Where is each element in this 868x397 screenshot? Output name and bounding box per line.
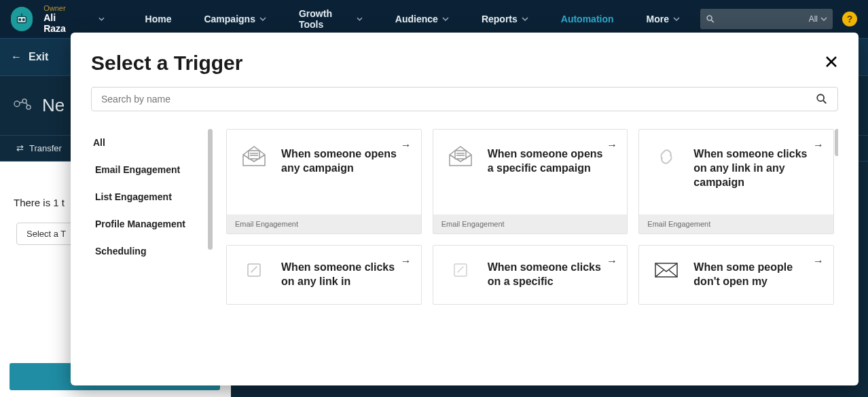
link-icon	[239, 258, 269, 282]
nav-campaigns[interactable]: Campaigns	[192, 14, 278, 24]
chevron-down-icon	[673, 16, 680, 22]
nav-reports[interactable]: Reports	[469, 14, 541, 24]
link-icon	[446, 258, 475, 282]
transfer-button[interactable]: Transfer	[29, 143, 62, 153]
search-icon	[706, 14, 715, 24]
svg-point-6	[14, 101, 20, 107]
nav-label: Growth Tools	[299, 8, 352, 30]
envelope-open-icon	[239, 145, 269, 169]
select-trigger-modal: Select a Trigger All Email Engagement Li…	[71, 33, 858, 385]
arrow-right-icon: →	[813, 255, 824, 267]
page-title: Ne	[42, 95, 65, 116]
chevron-down-icon	[522, 16, 528, 22]
nav-label: More	[647, 14, 669, 24]
select-trigger-button-bg[interactable]: Select a T	[16, 223, 76, 245]
trigger-card-title: When someone clicks on any link in any c…	[693, 145, 821, 189]
chevron-down-icon	[259, 16, 266, 22]
arrow-right-icon: →	[813, 139, 824, 151]
svg-point-2	[23, 19, 25, 21]
owner-name: Ali Raza	[43, 12, 77, 34]
chevron-down-icon	[98, 16, 105, 22]
trigger-card[interactable]: → When someone clicks on any link in any…	[638, 129, 834, 234]
trigger-card[interactable]: → When some people don't open my Email E…	[638, 245, 834, 305]
arrow-right-icon: →	[401, 139, 412, 151]
arrow-right-icon: →	[607, 139, 617, 151]
nav-label: Audience	[395, 14, 438, 24]
arrow-right-icon: →	[401, 255, 412, 267]
category-scheduling[interactable]: Scheduling	[91, 238, 206, 265]
nav-label: Campaigns	[204, 14, 255, 24]
owner-dropdown[interactable]: Owner Ali Raza	[43, 4, 77, 34]
nav-automation[interactable]: Automation	[549, 14, 626, 24]
nav-label: Home	[145, 14, 172, 24]
behind-status-text: There is 1 t	[14, 197, 65, 208]
category-all[interactable]: All	[91, 129, 206, 156]
trigger-card-title: When someone opens any campaign	[281, 145, 409, 176]
trigger-card[interactable]: → When someone clicks on a specific Emai…	[433, 245, 628, 305]
arrow-left-icon: ←	[11, 51, 22, 63]
nav-growth-tools[interactable]: Growth Tools	[287, 8, 375, 30]
arrow-right-icon: →	[607, 255, 617, 267]
nav-more[interactable]: More	[634, 14, 692, 24]
trigger-card-title: When someone clicks on a specific	[488, 258, 615, 289]
trigger-card[interactable]: → When someone opens a specific camp	[433, 129, 628, 234]
help-button[interactable]: ?	[842, 12, 857, 26]
global-search[interactable]: All	[700, 9, 833, 29]
trigger-category-list: All Email Engagement List Engagement Pro…	[91, 129, 210, 373]
trigger-card-title: When someone opens a specific campaign	[488, 145, 615, 176]
category-scrollbar[interactable]	[208, 129, 213, 250]
trigger-search-input[interactable]	[101, 94, 809, 105]
category-list-engagement[interactable]: List Engagement	[91, 183, 206, 210]
close-button[interactable]	[825, 55, 838, 71]
nav-label: Automation	[561, 14, 614, 24]
chevron-down-icon	[357, 16, 363, 22]
svg-line-5	[711, 20, 714, 22]
owner-label: Owner	[43, 4, 77, 12]
trigger-card-title: When someone clicks on any link in	[281, 258, 409, 289]
cards-scrollbar[interactable]	[835, 129, 838, 156]
automation-icon	[12, 96, 33, 115]
svg-line-14	[823, 100, 826, 103]
svg-rect-15	[249, 151, 259, 159]
svg-point-4	[707, 16, 712, 20]
category-profile-management[interactable]: Profile Management	[91, 210, 206, 238]
trigger-cards-container: → When someone opens any campaign	[226, 129, 838, 373]
trigger-search[interactable]	[91, 87, 838, 111]
select-trigger-label: Select a T	[26, 229, 66, 239]
search-icon	[816, 93, 828, 105]
nav-label: Reports	[482, 14, 518, 24]
help-glyph: ?	[847, 14, 853, 24]
svg-point-8	[26, 105, 31, 109]
modal-title: Select a Trigger	[91, 52, 242, 75]
mail-closed-icon	[651, 258, 681, 282]
svg-point-13	[817, 94, 824, 101]
user-avatar[interactable]	[11, 7, 33, 31]
svg-rect-18	[455, 151, 466, 159]
trigger-card-category: Email Engagement	[639, 214, 833, 233]
link-icon	[651, 145, 681, 169]
trigger-card-category: Email Engagement	[227, 214, 421, 233]
nav-audience[interactable]: Audience	[383, 14, 461, 24]
category-email-engagement[interactable]: Email Engagement	[91, 156, 206, 183]
search-scope-selector[interactable]: All	[809, 14, 827, 24]
svg-point-1	[19, 19, 21, 21]
trigger-card[interactable]: → When someone opens any campaign	[226, 129, 422, 234]
trigger-card-title: When some people don't open my	[693, 258, 821, 289]
nav-home[interactable]: Home	[133, 14, 184, 24]
close-icon	[825, 55, 838, 69]
envelope-open-icon	[446, 145, 475, 169]
transfer-icon: ⇄	[16, 143, 24, 153]
chevron-down-icon	[442, 16, 449, 22]
trigger-card-category: Email Engagement	[433, 214, 628, 233]
exit-button[interactable]: Exit	[29, 51, 48, 63]
trigger-card[interactable]: → When someone clicks on any link in Ema…	[226, 245, 422, 305]
search-scope-label: All	[809, 14, 818, 24]
avatar-robot-icon	[14, 12, 29, 26]
chevron-down-icon	[820, 16, 827, 22]
